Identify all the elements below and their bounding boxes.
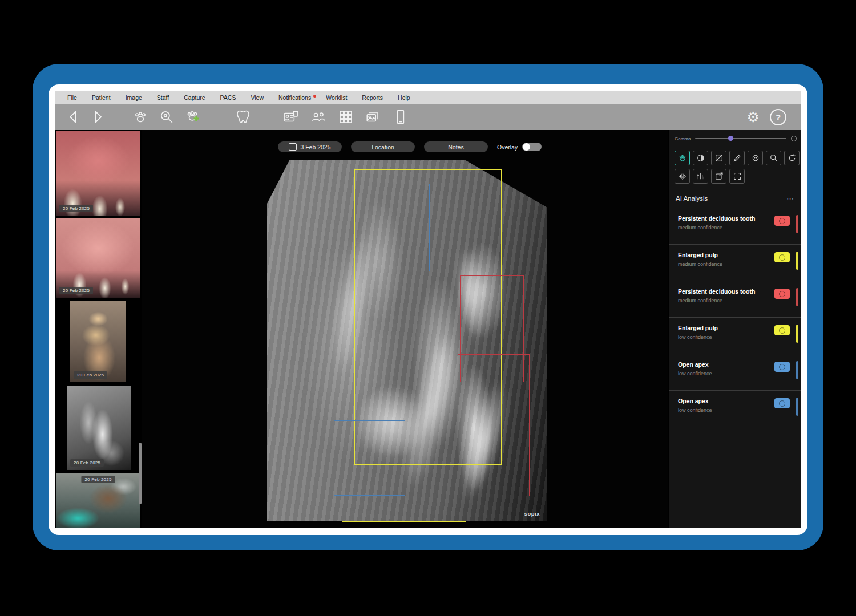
annotation-box-deciduous-tooth-2[interactable] <box>458 354 530 496</box>
finding-confidence: low confidence <box>678 407 775 413</box>
help-icon[interactable]: ? <box>770 109 786 125</box>
menu-pacs[interactable]: PACS <box>213 94 244 101</box>
settings-gear-icon[interactable]: ⚙ <box>747 110 760 124</box>
finding-severity-bar <box>796 288 798 306</box>
screen-frame: File Patient Image Staff Capture PACS Vi… <box>49 84 807 535</box>
finding-title: Open apex <box>678 361 775 368</box>
finding-chip-icon <box>779 400 785 407</box>
ai-panel: Gamma <box>668 130 801 528</box>
ai-analysis-header: AI Analysis ⋯ <box>669 189 801 208</box>
thumbnail-xray[interactable]: 20 Feb 2025 <box>67 386 131 470</box>
forward-icon[interactable] <box>90 108 107 125</box>
notification-dot <box>313 95 316 98</box>
thumbnail-date-badge: 20 Feb 2025 <box>74 371 107 379</box>
toolbar: ⚙ ? <box>55 104 801 131</box>
finding-confidence: medium confidence <box>678 298 775 303</box>
flip-icon[interactable] <box>675 169 690 184</box>
thumbnail-date-badge: 20 Feb 2025 <box>59 287 93 294</box>
menu-capture[interactable]: Capture <box>176 94 212 101</box>
gamma-slider-thumb[interactable] <box>728 136 733 141</box>
finding-chip-icon <box>779 327 785 334</box>
menu-help[interactable]: Help <box>390 94 418 101</box>
tooth-chart-icon[interactable] <box>235 108 252 125</box>
menu-patient[interactable]: Patient <box>84 94 118 101</box>
finding-item[interactable]: Open apex low confidence <box>669 391 801 427</box>
search-patient-icon[interactable] <box>158 108 175 125</box>
export-icon[interactable] <box>711 169 726 184</box>
menu-staff[interactable]: Staff <box>150 94 176 101</box>
annotation-box-open-apex-1[interactable] <box>350 184 430 271</box>
menu-notifications[interactable]: Notifications <box>271 94 318 101</box>
image-tools-row-2 <box>675 169 745 184</box>
rotate-icon[interactable] <box>784 151 800 165</box>
gamma-slider[interactable] <box>695 138 786 139</box>
paw-tool-icon[interactable] <box>675 151 690 165</box>
menu-image[interactable]: Image <box>118 94 150 101</box>
thumbnail-date-badge: 20 Feb 2025 <box>81 476 115 483</box>
location-button[interactable]: Location <box>351 141 415 152</box>
annotation-box-open-apex-2[interactable] <box>334 420 405 496</box>
contrast-icon[interactable] <box>693 151 708 165</box>
finding-severity-bar <box>796 398 798 416</box>
thumbnail-gum-photo-1[interactable]: 20 Feb 2025 <box>56 131 140 216</box>
finding-title: Enlarged pulp <box>678 252 775 259</box>
stage: File Patient Image Staff Capture PACS Vi… <box>0 0 856 616</box>
levels-icon[interactable] <box>711 151 726 165</box>
thumbnail-date-badge: 20 Feb 2025 <box>70 459 104 467</box>
menu-reports[interactable]: Reports <box>354 94 390 101</box>
ai-analysis-title: AI Analysis <box>669 195 708 202</box>
finding-visibility-button[interactable] <box>774 252 790 262</box>
date-button[interactable]: 3 Feb 2025 <box>278 141 342 152</box>
viewer-controls: 3 Feb 2025 Location Notes Overlay <box>278 141 542 152</box>
finding-item[interactable]: Persistent deciduous tooth medium confid… <box>669 281 801 318</box>
back-icon[interactable] <box>64 108 82 125</box>
finding-severity-bar <box>796 252 798 270</box>
users-icon[interactable] <box>310 108 327 125</box>
calendar-icon <box>289 143 297 151</box>
menu-worklist[interactable]: Worklist <box>318 94 354 101</box>
content-area: 20 Feb 2025 20 Feb 2025 20 Feb 2025 20 F… <box>55 130 801 528</box>
paw-icon[interactable] <box>132 108 149 125</box>
finding-visibility-button[interactable] <box>774 398 790 408</box>
ai-analysis-menu[interactable]: ⋯ <box>786 194 801 203</box>
finding-title: Persistent deciduous tooth <box>678 215 775 222</box>
menu-file[interactable]: File <box>60 94 84 101</box>
finding-item[interactable]: Persistent deciduous tooth medium confid… <box>669 208 801 245</box>
image-gallery-icon[interactable] <box>365 108 382 125</box>
fullscreen-icon[interactable] <box>729 169 745 184</box>
finding-visibility-button[interactable] <box>774 216 790 226</box>
menu-view[interactable]: View <box>243 94 271 101</box>
finding-confidence: low confidence <box>678 371 775 376</box>
thumbnail-scrollbar[interactable] <box>139 443 142 504</box>
finding-title: Enlarged pulp <box>678 325 775 332</box>
grid-view-icon[interactable] <box>337 108 354 125</box>
thumbnail-patient-photo[interactable]: 20 Feb 2025 <box>70 301 126 382</box>
thumbnail-gum-photo-2[interactable]: 20 Feb 2025 <box>56 218 140 298</box>
gamma-reset-icon[interactable] <box>791 136 797 141</box>
finding-item[interactable]: Open apex low confidence <box>669 354 801 391</box>
ai-detect-icon[interactable] <box>748 151 763 165</box>
zoom-icon[interactable] <box>766 151 781 165</box>
xray-viewer: 3 Feb 2025 Location Notes Overlay <box>142 130 668 528</box>
finding-confidence: low confidence <box>678 334 775 340</box>
finding-visibility-button[interactable] <box>774 325 790 335</box>
notes-button[interactable]: Notes <box>424 141 488 152</box>
finding-title: Open apex <box>678 398 775 405</box>
thumbnail-procedure-photo[interactable]: 20 Feb 2025 <box>56 473 140 528</box>
findings-list: Persistent deciduous tooth medium confid… <box>669 208 801 427</box>
finding-severity-bar <box>796 325 798 343</box>
add-patient-icon[interactable] <box>184 108 201 125</box>
finding-visibility-button[interactable] <box>774 289 790 299</box>
finding-item[interactable]: Enlarged pulp low confidence <box>669 318 801 354</box>
finding-title: Persistent deciduous tooth <box>678 288 775 295</box>
staff-card-icon[interactable] <box>282 108 300 125</box>
finding-chip-icon <box>779 291 785 297</box>
annotate-pen-icon[interactable] <box>729 151 745 165</box>
histogram-icon[interactable] <box>693 169 708 184</box>
menu-bar: File Patient Image Staff Capture PACS Vi… <box>55 91 801 104</box>
mobile-device-icon[interactable] <box>392 108 409 125</box>
app-window: File Patient Image Staff Capture PACS Vi… <box>55 91 801 528</box>
finding-visibility-button[interactable] <box>774 362 790 372</box>
finding-item[interactable]: Enlarged pulp medium confidence <box>669 245 801 281</box>
overlay-toggle[interactable] <box>522 143 542 151</box>
